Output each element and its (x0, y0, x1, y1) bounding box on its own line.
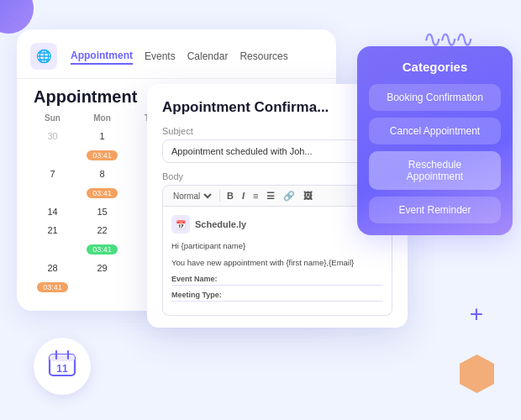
email-logo-row: 📅 Schedule.ly (171, 215, 383, 234)
cal-cell[interactable]: 30 (29, 128, 76, 144)
cal-cell[interactable]: 21 (29, 222, 76, 239)
cat-booking-confirmation[interactable]: Booking Confirmation (369, 84, 501, 111)
day-mon: Mon (78, 112, 126, 124)
cal-cell-badge[interactable]: 03:41 (29, 278, 76, 296)
nav-bar: 🌐 Appointment Events Calendar Resources (17, 43, 336, 79)
email-meeting-label: Meeting Type: (171, 291, 383, 299)
ul-button[interactable]: ☰ (265, 191, 276, 202)
cal-cell[interactable]: 1 (78, 128, 126, 144)
cal-cell (29, 184, 76, 202)
nav-events[interactable]: Events (145, 49, 176, 64)
deco-plus: + (470, 301, 483, 328)
deco-circle (0, 0, 34, 34)
bold-button[interactable]: B (225, 191, 235, 201)
calendar-icon-bottom[interactable]: 11 (34, 338, 91, 395)
cat-cancel-appointment[interactable]: Cancel Appointment (369, 118, 501, 144)
cal-cell-badge-green[interactable]: 03:41 (78, 240, 126, 258)
cal-cell (29, 240, 76, 258)
email-logo-text: Schedule.ly (195, 219, 246, 229)
cal-cell[interactable]: 29 (78, 260, 126, 276)
svg-text:11: 11 (56, 363, 68, 375)
email-logo-icon: 📅 (171, 215, 190, 234)
svg-marker-0 (460, 354, 494, 393)
nav-resources[interactable]: Resources (239, 49, 287, 64)
format-select[interactable]: Normal (170, 191, 214, 202)
nav-appointment[interactable]: Appointment (71, 48, 133, 65)
email-body: You have new appointment with {first nam… (171, 257, 383, 269)
ol-button[interactable]: ≡ (251, 191, 260, 201)
cal-cell[interactable]: 14 (29, 203, 76, 220)
day-sun: Sun (29, 112, 76, 124)
cal-cell (29, 146, 76, 164)
svg-rect-2 (50, 354, 75, 361)
link-button[interactable]: 🔗 (282, 191, 297, 202)
email-meeting-line (171, 301, 383, 302)
categories-panel: Categories Booking Confirmation Cancel A… (357, 46, 513, 235)
calendar-icon: 11 (47, 349, 77, 385)
time-badge-green: 03:41 (87, 244, 118, 255)
cal-cell[interactable]: 15 (78, 203, 126, 220)
cat-event-reminder[interactable]: Event Reminder (369, 197, 501, 223)
categories-title: Categories (369, 60, 501, 74)
nav-globe-icon: 🌐 (30, 43, 57, 70)
image-button[interactable]: 🖼 (302, 191, 314, 201)
cal-cell[interactable]: 22 (78, 222, 126, 239)
email-event-line (171, 285, 383, 286)
cal-cell (78, 278, 126, 296)
toolbar-divider (219, 190, 220, 202)
italic-button[interactable]: I (240, 191, 246, 201)
nav-links: Appointment Events Calendar Resources (71, 48, 288, 65)
time-badge: 03:41 (87, 150, 118, 160)
cal-cell[interactable]: 28 (29, 260, 76, 276)
nav-calendar[interactable]: Calendar (187, 49, 229, 64)
cal-cell[interactable]: 7 (29, 165, 76, 182)
cal-cell-badge[interactable]: 03:41 (78, 146, 126, 164)
email-event-label: Event Name: (171, 275, 383, 283)
cal-cell[interactable]: 8 (78, 165, 126, 182)
cat-reschedule-appointment[interactable]: Reschedule Appointment (369, 151, 501, 190)
time-badge: 03:41 (87, 188, 118, 198)
cal-cell-badge[interactable]: 03:41 (78, 184, 126, 202)
deco-hexagon (458, 353, 496, 395)
email-greeting: Hi {participant name} (171, 240, 383, 252)
time-badge: 03:41 (37, 282, 68, 292)
